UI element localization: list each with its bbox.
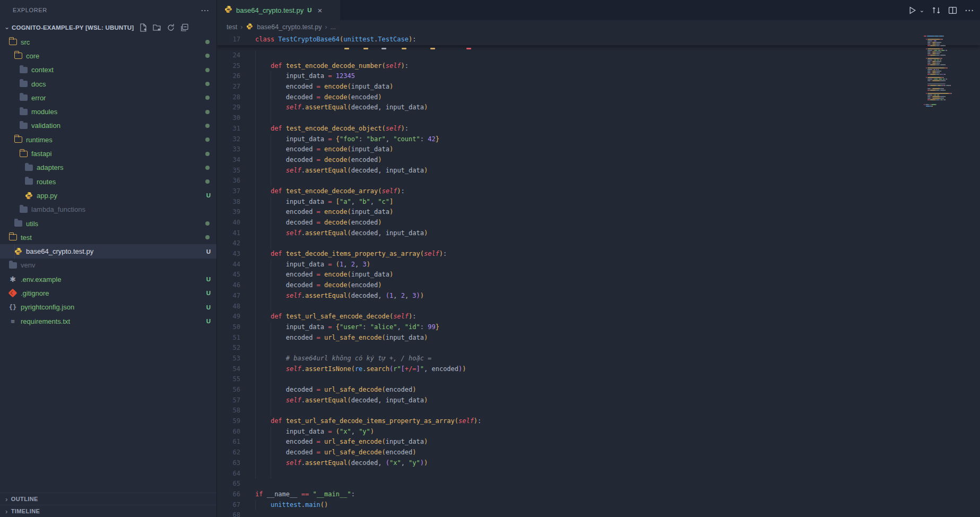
code-line[interactable]: 54 self.assertIsNone(re.search(r"[+/=]",…: [217, 364, 980, 375]
code-line[interactable]: 57 self.assertEqual(decoded, input_data): [217, 395, 980, 406]
tree-item-runtimes[interactable]: runtimes: [0, 133, 216, 147]
code-line[interactable]: 64: [217, 469, 980, 479]
breadcrumb-item[interactable]: base64_crypto.test.py: [257, 23, 322, 31]
tree-item-modules[interactable]: modules: [0, 105, 216, 118]
code-line[interactable]: 42: [217, 238, 980, 249]
sticky-scroll-row[interactable]: 17class TestCryptoBase64(unittest.TestCa…: [217, 34, 980, 45]
code-line[interactable]: 43 def test_decode_items_property_as_arr…: [217, 249, 980, 260]
run-python-file-icon[interactable]: [908, 6, 917, 15]
code-line[interactable]: 41 self.assertEqual(decoded, input_data): [217, 228, 980, 239]
code-line[interactable]: 62 decoded = url_safe_decode(encoded): [217, 447, 980, 458]
tree-item-context[interactable]: context: [0, 63, 216, 77]
code-line[interactable]: 45 encoded = encode(input_data): [217, 270, 980, 280]
tree-item--env-example[interactable]: ✱.env.exampleU: [0, 272, 216, 286]
code-line[interactable]: 56 decoded = url_safe_decode(encoded): [217, 385, 980, 395]
code-line[interactable]: 33 encoded = encode(input_data): [217, 144, 980, 155]
tab-base64-crypto-test[interactable]: base64_crypto.test.py U ×: [217, 0, 340, 20]
code-line[interactable]: 24: [217, 50, 980, 61]
tree-item-lambda-functions[interactable]: lambda_functions: [0, 203, 216, 217]
line-number: 53: [217, 354, 240, 364]
code-line[interactable]: 37 def test_encode_decode_array(self):: [217, 186, 980, 197]
code-line[interactable]: 32 input_data = {"foo": "bar", "count": …: [217, 134, 980, 145]
code-line[interactable]: 38 input_data = ["a", "b", "c"]: [217, 197, 980, 208]
code-text: class TestCryptoBase64(unittest.TestCase…: [255, 35, 416, 45]
code-line[interactable]: 49 def test_url_safe_encode_decode(self)…: [217, 312, 980, 322]
indent-guide: [271, 238, 271, 249]
line-number: 47: [217, 291, 240, 301]
tree-item-label: runtimes: [26, 136, 53, 144]
run-dropdown-icon[interactable]: ⌄: [920, 7, 924, 14]
git-modified-dot-badge: [205, 82, 210, 86]
code-line[interactable]: 27 encoded = encode(input_data): [217, 82, 980, 92]
indent-guide: [255, 61, 256, 72]
tree-item-fastapi[interactable]: fastapi: [0, 147, 216, 160]
collapse-folders-icon[interactable]: [180, 23, 189, 32]
code-line[interactable]: 61 encoded = url_safe_encode(input_data): [217, 437, 980, 447]
code-line[interactable]: 52: [217, 343, 980, 354]
explorer-more-actions-icon[interactable]: ⋯: [201, 5, 209, 15]
code-editor[interactable]: 17class TestCryptoBase64(unittest.TestCa…: [217, 34, 980, 517]
code-line[interactable]: 51 encoded = url_safe_encode(input_data): [217, 333, 980, 343]
code-line[interactable]: 63 self.assertEqual(decoded, ("x", "y")): [217, 458, 980, 469]
code-line[interactable]: 34 decoded = decode(encoded): [217, 155, 980, 166]
code-line[interactable]: 50 input_data = {"user": "alice", "id": …: [217, 322, 980, 333]
code-line[interactable]: 29 self.assertEqual(decoded, input_data): [217, 102, 980, 113]
code-text: decoded = decode(encoded): [255, 92, 381, 103]
split-editor-icon[interactable]: [948, 6, 957, 15]
outline-section-header[interactable]: › OUTLINE: [0, 493, 216, 505]
code-line[interactable]: 53 # base64url không có ký tự +, / hoặc …: [217, 354, 980, 364]
code-line[interactable]: 30: [217, 113, 980, 124]
tree-item-routes[interactable]: routes: [0, 175, 216, 188]
tab-close-icon[interactable]: ×: [318, 6, 323, 15]
new-folder-icon[interactable]: [153, 23, 161, 32]
tree-item-requirements-txt[interactable]: ≡requirements.txtU: [0, 314, 216, 328]
code-line[interactable]: 25 def test_encode_decode_number(self):: [217, 61, 980, 72]
new-file-icon[interactable]: [139, 23, 148, 32]
tree-item-pyrightconfig-json[interactable]: {}pyrightconfig.jsonU: [0, 300, 216, 314]
code-line[interactable]: 40 decoded = decode(encoded): [217, 218, 980, 228]
code-line[interactable]: 26 input_data = 12345: [217, 71, 980, 82]
breadcrumb-item[interactable]: test: [227, 23, 237, 31]
code-line[interactable]: 31 def test_encode_decode_object(self):: [217, 124, 980, 134]
tree-item--gitignore[interactable]: .gitignoreU: [0, 286, 216, 300]
refresh-icon[interactable]: [167, 23, 175, 32]
minimap[interactable]: [924, 36, 973, 109]
python-file-icon: [246, 23, 253, 31]
code-line[interactable]: 67 unittest.main(): [217, 500, 980, 511]
timeline-section-header[interactable]: › TIMELINE: [0, 505, 216, 517]
code-line[interactable]: 46 decoded = decode(encoded): [217, 280, 980, 291]
code-line[interactable]: 36: [217, 176, 980, 186]
code-line[interactable]: 58: [217, 406, 980, 416]
tree-item-utils[interactable]: utils: [0, 217, 216, 230]
tree-item-validation[interactable]: validation: [0, 119, 216, 133]
indent-guide: [271, 406, 271, 416]
code-line[interactable]: 65: [217, 479, 980, 489]
line-number: 39: [217, 207, 240, 218]
code-line[interactable]: 48: [217, 301, 980, 312]
code-line[interactable]: 60 input_data = ("x", "y"): [217, 427, 980, 437]
tree-item-error[interactable]: error: [0, 91, 216, 105]
code-line[interactable]: 68: [217, 510, 980, 517]
compare-changes-icon[interactable]: [932, 6, 941, 15]
tree-item-test[interactable]: test: [0, 230, 216, 244]
tree-item-venv[interactable]: venv: [0, 258, 216, 272]
code-line[interactable]: 55: [217, 374, 980, 385]
code-line[interactable]: 35 self.assertEqual(decoded, input_data): [217, 166, 980, 176]
breadcrumb-item[interactable]: ...: [330, 23, 335, 31]
tree-item-base64-crypto-test-py[interactable]: base64_crypto.test.pyU: [0, 244, 216, 258]
workspace-root-row[interactable]: ⌄ COGNITO-EXAMPLE-PY [WSL: UBUNTU]: [0, 20, 216, 35]
tree-item-docs[interactable]: docs: [0, 77, 216, 91]
code-line[interactable]: 44 input_data = (1, 2, 3): [217, 260, 980, 270]
minimap-line: [924, 91, 973, 92]
code-line[interactable]: 39 encoded = encode(input_data): [217, 207, 980, 218]
code-line[interactable]: 66if __name__ == "__main__":: [217, 489, 980, 500]
more-actions-icon[interactable]: ⋯: [965, 5, 974, 16]
tree-item-src[interactable]: src: [0, 35, 216, 49]
tree-item-app-py[interactable]: app.pyU: [0, 188, 216, 202]
code-line[interactable]: 59 def test_url_safe_decode_items_proper…: [217, 416, 980, 427]
tree-item-core[interactable]: core: [0, 49, 216, 63]
sticky-code-line[interactable]: 17class TestCryptoBase64(unittest.TestCa…: [217, 34, 980, 45]
code-line[interactable]: 28 decoded = decode(encoded): [217, 92, 980, 103]
code-line[interactable]: 47 self.assertEqual(decoded, (1, 2, 3)): [217, 291, 980, 301]
tree-item-adapters[interactable]: adapters: [0, 161, 216, 175]
